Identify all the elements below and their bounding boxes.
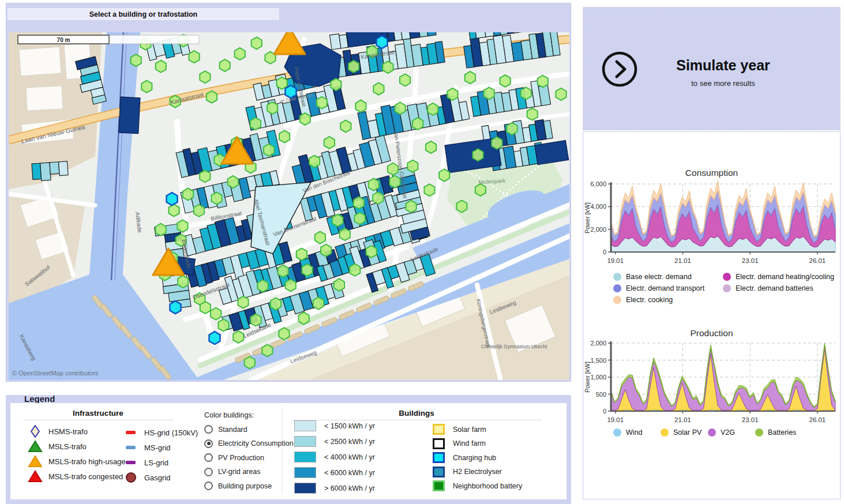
green-hex-marker[interactable] [300, 113, 310, 125]
green-hex-marker[interactable] [382, 61, 393, 73]
green-hex-marker[interactable] [262, 344, 272, 356]
green-hex-marker[interactable] [277, 77, 287, 89]
green-hex-marker[interactable] [156, 224, 166, 236]
green-hex-marker[interactable] [369, 179, 379, 191]
green-hex-marker[interactable] [235, 48, 245, 60]
green-hex-marker[interactable] [340, 120, 351, 132]
green-hex-marker[interactable] [207, 91, 217, 103]
green-hex-marker[interactable] [366, 246, 377, 258]
green-hex-marker[interactable] [355, 100, 366, 112]
green-hex-marker[interactable] [395, 102, 406, 114]
green-hex-marker[interactable] [156, 61, 166, 73]
radio-circle[interactable] [204, 425, 213, 434]
green-hex-marker[interactable] [194, 205, 204, 217]
green-hex-marker[interactable] [354, 197, 364, 209]
green-hex-marker[interactable] [250, 314, 261, 326]
green-hex-marker[interactable] [348, 61, 359, 73]
green-hex-marker[interactable] [211, 308, 221, 320]
radio-lv-grid-areas[interactable]: LV-grid areas [204, 468, 260, 476]
green-hex-marker[interactable] [373, 83, 384, 95]
map[interactable]: Laan van Nieuw-GuineaKanaalstraatKanaals… [9, 32, 569, 380]
building[interactable] [408, 32, 420, 39]
green-hex-marker[interactable] [350, 264, 360, 276]
green-hex-marker[interactable] [426, 141, 436, 153]
radio-building-purpose[interactable]: Building purpose [204, 482, 272, 490]
green-hex-marker[interactable] [279, 328, 289, 340]
green-hex-marker[interactable] [427, 103, 438, 115]
green-hex-marker[interactable] [527, 108, 538, 120]
green-hex-marker[interactable] [492, 137, 502, 149]
simulate-year-button[interactable]: Simulate year to see more results [583, 7, 841, 130]
green-hex-marker[interactable] [286, 279, 296, 291]
green-hex-marker[interactable] [334, 279, 344, 291]
green-hex-marker[interactable] [331, 78, 341, 91]
green-hex-marker[interactable] [424, 184, 434, 196]
building[interactable] [40, 163, 51, 180]
map-canvas[interactable]: Laan van Nieuw-GuineaKanaalstraatKanaals… [9, 32, 569, 380]
radio-pv-production[interactable]: PV Production [204, 453, 264, 462]
green-hex-marker[interactable] [521, 87, 531, 99]
green-hex-marker[interactable] [178, 276, 188, 288]
radio-circle[interactable] [204, 468, 213, 476]
green-hex-marker[interactable] [177, 220, 187, 232]
building[interactable] [59, 161, 69, 176]
green-hex-marker[interactable] [279, 130, 290, 142]
green-hex-marker[interactable] [388, 163, 398, 175]
green-hex-marker[interactable] [169, 204, 179, 216]
green-hex-marker[interactable] [212, 192, 222, 204]
green-hex-marker[interactable] [228, 176, 238, 188]
green-hex-marker[interactable] [264, 144, 274, 156]
green-hex-marker[interactable] [507, 123, 517, 135]
green-hex-marker[interactable] [465, 72, 475, 84]
green-hex-marker[interactable] [267, 102, 277, 114]
green-hex-marker[interactable] [406, 201, 417, 213]
green-hex-marker[interactable] [538, 76, 548, 88]
green-hex-marker[interactable] [321, 245, 331, 257]
green-hex-marker[interactable] [500, 75, 511, 87]
green-hex-marker[interactable] [313, 298, 324, 310]
cyan-hex-marker[interactable] [170, 301, 181, 314]
green-hex-marker[interactable] [252, 37, 262, 49]
green-hex-marker[interactable] [245, 356, 255, 368]
cyan-hex-marker[interactable] [167, 193, 178, 205]
green-hex-marker[interactable] [257, 280, 268, 292]
radio-circle[interactable] [204, 482, 213, 490]
green-hex-marker[interactable] [309, 155, 320, 167]
green-hex-marker[interactable] [332, 215, 343, 227]
green-hex-marker[interactable] [183, 188, 193, 200]
green-hex-marker[interactable] [407, 160, 418, 172]
green-hex-marker[interactable] [297, 248, 307, 260]
green-hex-marker[interactable] [200, 170, 210, 182]
green-hex-marker[interactable] [131, 54, 141, 66]
green-hex-marker[interactable] [340, 228, 350, 240]
green-hex-marker[interactable] [355, 212, 365, 224]
green-hex-marker[interactable] [556, 88, 566, 100]
green-hex-marker[interactable] [220, 59, 230, 72]
green-hex-marker[interactable] [271, 298, 281, 310]
green-hex-marker[interactable] [233, 331, 243, 343]
simulate-text[interactable]: Simulate year to see more results [624, 57, 823, 88]
green-hex-marker[interactable] [317, 97, 327, 109]
cyan-hex-marker[interactable] [209, 332, 220, 344]
green-hex-marker[interactable] [200, 71, 210, 83]
green-hex-marker[interactable] [475, 184, 486, 196]
green-hex-marker[interactable] [447, 88, 457, 100]
cyan-hex-marker[interactable] [377, 36, 388, 48]
green-hex-marker[interactable] [484, 87, 494, 99]
green-hex-marker[interactable] [238, 296, 248, 309]
building[interactable] [32, 163, 42, 179]
green-hex-marker[interactable] [278, 265, 288, 277]
green-hex-marker[interactable] [472, 149, 483, 161]
green-hex-marker[interactable] [218, 319, 228, 331]
green-hex-marker[interactable] [412, 118, 423, 130]
green-hex-marker[interactable] [456, 200, 467, 212]
radio-circle[interactable] [204, 439, 213, 448]
green-hex-marker[interactable] [439, 170, 449, 182]
radio-standard[interactable]: Standard [204, 425, 247, 434]
green-hex-marker[interactable] [400, 74, 410, 86]
green-hex-marker[interactable] [389, 176, 400, 188]
green-hex-marker[interactable] [250, 118, 261, 130]
green-hex-marker[interactable] [324, 137, 335, 149]
green-hex-marker[interactable] [302, 264, 312, 276]
building[interactable] [50, 162, 59, 174]
